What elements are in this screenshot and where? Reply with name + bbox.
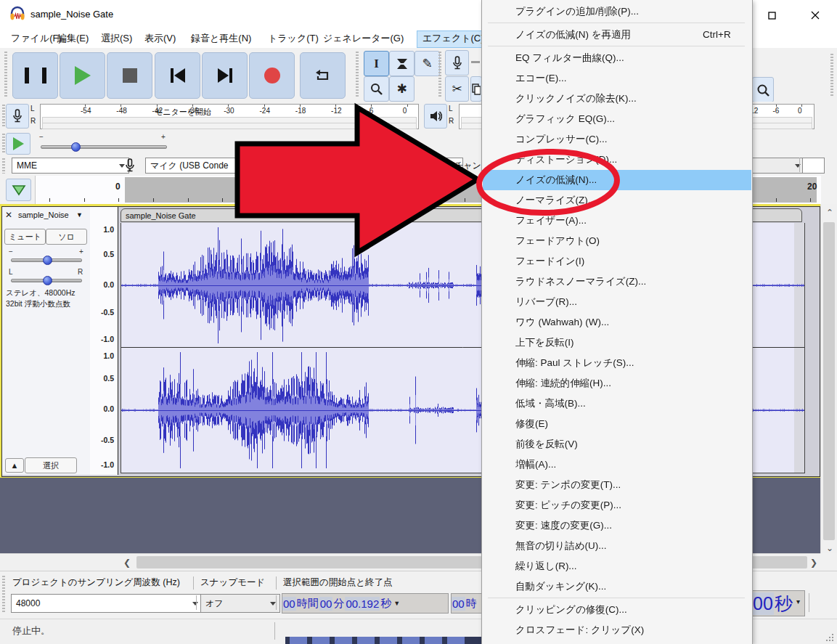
solo-button[interactable]: ソロ [46,229,87,245]
time-digit-group[interactable]: 00 [282,597,296,611]
record-volume-slider[interactable] [471,61,480,63]
effect-menu-item[interactable]: 修復(E) [483,414,751,434]
menubar-item-5[interactable]: 録音と再生(N) [186,30,256,46]
skip-to-end-button[interactable] [202,52,248,99]
zoom-tool-button[interactable] [364,76,389,102]
pause-button[interactable] [12,52,58,99]
effect-menu-item[interactable]: フェイザー(A)... [483,211,751,231]
snap-mode-select[interactable]: オフ [200,594,280,613]
speed-slider-track[interactable] [41,145,167,149]
mute-button[interactable]: ミュート [4,229,46,245]
effect-menu-item[interactable]: ノイズの低減(N) を再適用Ctrl+R [483,25,751,45]
menubar-item-6[interactable]: トラック(T) [263,30,324,46]
maximize-button[interactable] [759,7,784,23]
effect-menu-item[interactable]: ノイズの低減(N)... [483,170,751,190]
selection-end-time-field[interactable]: 00時 [451,593,482,614]
close-button[interactable] [803,7,828,23]
record-volume-button[interactable] [445,50,469,76]
effect-menu-item[interactable]: ノーマライズ(Z)... [483,190,751,211]
selection-start-time-field[interactable]: 00時間00分00.192秒▼ [282,593,449,614]
draw-tool-button[interactable]: ✎ [415,51,440,76]
effect-menu-item[interactable]: 変更: ピッチの変更(P)... [483,495,751,515]
effect-menu-item[interactable]: 自動ダッキング(K)... [483,576,751,597]
time-digit-group[interactable]: 00 [452,597,465,611]
playback-meter-speaker-button[interactable] [424,104,447,129]
time-field-spinner-icon[interactable]: ▾ [796,598,800,606]
track-close-button[interactable]: ✕ [5,210,12,220]
effect-menu-item[interactable]: フェードイン(I) [483,251,751,272]
menubar-item-8[interactable]: エフェクト(C) [417,30,490,48]
vertical-scale-ruler[interactable]: 1.01.00.50.50.00.0-0.5-0.5-1.0-1.0 [90,207,118,475]
vertical-scroll-thumb[interactable] [823,222,835,540]
effect-menu-item[interactable]: クロスフェード: クリップ(X) [483,620,751,640]
effect-menu-item[interactable]: ディストーション(D)... [483,150,751,170]
play-button[interactable] [60,52,105,99]
effect-menu-item[interactable]: 伸縮: Paul ストレッチ(S)... [483,353,751,373]
time-digit-group[interactable]: 秒 [380,596,392,611]
effect-menu-item[interactable]: クリッピングの修復(C)... [483,600,751,620]
menubar-item-3[interactable]: 選択(S) [96,30,137,46]
effect-menu-item[interactable]: 低域・高域(B)... [483,394,751,414]
playback-device-select[interactable] [751,158,805,174]
monitor-start-hint[interactable]: モニターを開始 [155,107,211,118]
effect-menu-item[interactable]: 前後を反転(V) [483,434,751,455]
effect-menu-item[interactable]: フェードアウト(O) [483,231,751,251]
time-digit-group[interactable]: 秒 [774,591,793,616]
effect-menu-item[interactable]: 変更: 速度の変更(G)... [483,515,751,536]
menubar-item-7[interactable]: ジェネレーター(G) [318,30,409,46]
recording-device-select[interactable]: マイク (USB Conde [145,158,463,174]
effect-menu-item[interactable]: EQ フィルター曲線(Q)... [483,48,751,68]
record-meter[interactable]: モニターを開始 -54-48-42-36-30-24-18-12-60 [40,104,419,129]
effect-menu-item[interactable]: 無音の切り詰め(U)... [483,536,751,556]
effect-menu-item[interactable]: コンプレッサー(C)... [483,129,751,150]
scroll-up-icon[interactable]: ⌃ [826,208,833,217]
timeline-options-button[interactable] [6,179,31,201]
track-select-button[interactable]: 選択 [25,457,77,473]
zoom-toggle-button[interactable] [752,77,774,102]
effect-menu-item[interactable]: グラフィック EQ(G)... [483,109,751,129]
cut-button[interactable]: ✂ [445,76,469,102]
time-digit-group[interactable]: 00 [319,597,333,611]
resize-grip-icon[interactable] [825,632,835,643]
scroll-left-icon[interactable]: ❮ [123,558,131,567]
selection-tool-button[interactable]: I [364,51,389,76]
audio-host-select[interactable]: MME [12,158,129,174]
effect-menu-item[interactable]: 増幅(A)... [483,455,751,475]
envelope-tool-button[interactable] [389,51,415,76]
effect-menu-item[interactable]: 上下を反転(I) [483,333,751,353]
scroll-down-icon[interactable]: ⌄ [826,544,833,553]
record-button[interactable] [249,52,295,99]
time-digit-group[interactable]: 00 [752,592,774,615]
skip-to-start-button[interactable] [155,52,200,99]
effect-menu-item[interactable]: クリックノイズの除去(K)... [483,89,751,109]
time-digit-group[interactable]: 時間 [296,596,319,611]
track-menu-dropdown-icon[interactable]: ▼ [76,211,83,219]
effect-menu-item[interactable]: ワウ (Wahwah) (W)... [483,312,751,333]
effect-menu-item[interactable]: 繰り返し(R)... [483,556,751,576]
menubar-item-4[interactable]: 表示(V) [139,30,181,46]
effect-menu-item[interactable]: エコー(E)... [483,68,751,89]
vertical-scrollbar[interactable]: ⌃ ⌄ [820,204,837,553]
stop-button[interactable] [107,52,152,99]
effect-menu-item[interactable]: クロスフェード: トラック(T) [483,640,751,644]
collapse-track-button[interactable]: ▲ [5,458,24,473]
copy-button[interactable] [470,76,482,102]
effect-menu-item[interactable]: 変更: テンポの変更(T)... [483,475,751,495]
sample-rate-select[interactable]: 48000 [11,594,203,613]
effect-menu-item[interactable]: プラグインの追加/削除(P)... [483,1,751,22]
effect-menu-item[interactable]: ラウドネスノーマライズ(Z)... [483,272,751,292]
loop-button[interactable] [300,52,346,99]
multi-tool-button[interactable]: ✱ [389,76,415,102]
menubar-item-2[interactable]: 編集(E) [52,30,94,46]
effect-menu-item[interactable]: 伸縮: 連続的伸縮(H)... [483,373,751,394]
time-digit-group[interactable]: 00.192 [345,597,380,611]
channels-select-fragment[interactable] [802,158,825,174]
speed-slider-thumb[interactable] [71,142,81,152]
play-at-speed-button[interactable] [6,133,30,155]
time-digit-group[interactable]: 時 [465,596,478,611]
scroll-right-icon[interactable]: ❯ [810,558,817,567]
time-digit-group[interactable]: 分 [332,596,345,611]
gain-slider-thumb[interactable] [43,256,52,265]
track-name[interactable]: sample_Noise [18,211,69,219]
pan-slider-thumb[interactable] [43,276,52,285]
